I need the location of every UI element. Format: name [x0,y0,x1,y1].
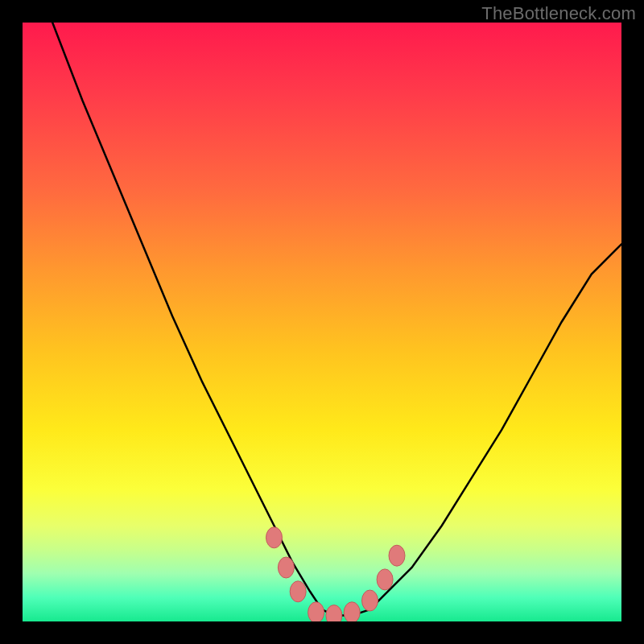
curve-marker [266,527,283,548]
plot-area [23,23,621,621]
bottleneck-curve [52,23,621,616]
curve-marker [278,557,294,578]
curve-marker [344,602,360,621]
curve-marker [326,605,342,621]
curve-layer [23,23,621,621]
curve-marker [377,569,393,590]
curve-markers [266,527,406,621]
curve-marker [290,581,306,602]
chart-frame: TheBottleneck.com [0,0,644,644]
watermark-text: TheBottleneck.com [481,3,636,24]
curve-marker [362,590,378,611]
curve-marker [389,545,405,566]
curve-marker [308,602,324,621]
